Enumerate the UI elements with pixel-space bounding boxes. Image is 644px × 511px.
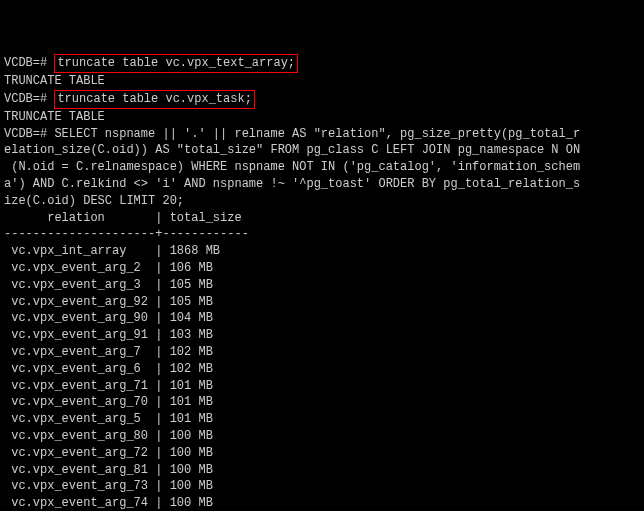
terminal-line: TRUNCATE TABLE — [4, 109, 640, 126]
terminal-line: vc.vpx_event_arg_73 | 100 MB — [4, 478, 640, 495]
terminal-line: vc.vpx_event_arg_71 | 101 MB — [4, 378, 640, 395]
terminal-line: TRUNCATE TABLE — [4, 73, 640, 90]
highlighted-command: truncate table vc.vpx_task; — [54, 90, 254, 109]
terminal-line: VCDB=# truncate table vc.vpx_task; — [4, 90, 640, 109]
terminal-line: vc.vpx_event_arg_70 | 101 MB — [4, 394, 640, 411]
terminal-line: vc.vpx_event_arg_80 | 100 MB — [4, 428, 640, 445]
terminal-line: (N.oid = C.relnamespace) WHERE nspname N… — [4, 159, 640, 176]
terminal-line: elation_size(C.oid)) AS "total_size" FRO… — [4, 142, 640, 159]
terminal-line: a') AND C.relkind <> 'i' AND nspname !~ … — [4, 176, 640, 193]
terminal-line: relation | total_size — [4, 210, 640, 227]
terminal-line: ize(C.oid) DESC LIMIT 20; — [4, 193, 640, 210]
terminal-line: vc.vpx_event_arg_92 | 105 MB — [4, 294, 640, 311]
terminal-line: vc.vpx_event_arg_6 | 102 MB — [4, 361, 640, 378]
terminal-line: VCDB=# truncate table vc.vpx_text_array; — [4, 54, 640, 73]
terminal-line: vc.vpx_event_arg_91 | 103 MB — [4, 327, 640, 344]
terminal-line: vc.vpx_event_arg_3 | 105 MB — [4, 277, 640, 294]
terminal-line: VCDB=# SELECT nspname || '.' || relname … — [4, 126, 640, 143]
terminal-line: vc.vpx_event_arg_5 | 101 MB — [4, 411, 640, 428]
terminal-line: vc.vpx_event_arg_90 | 104 MB — [4, 310, 640, 327]
terminal-line: vc.vpx_event_arg_81 | 100 MB — [4, 462, 640, 479]
terminal-output[interactable]: VCDB=# truncate table vc.vpx_text_array;… — [4, 54, 640, 511]
terminal-line: vc.vpx_event_arg_7 | 102 MB — [4, 344, 640, 361]
terminal-line: vc.vpx_int_array | 1868 MB — [4, 243, 640, 260]
prompt: VCDB=# — [4, 56, 54, 70]
terminal-line: ---------------------+------------ — [4, 226, 640, 243]
terminal-line: vc.vpx_event_arg_2 | 106 MB — [4, 260, 640, 277]
terminal-line: vc.vpx_event_arg_72 | 100 MB — [4, 445, 640, 462]
prompt: VCDB=# — [4, 92, 54, 106]
terminal-line: vc.vpx_event_arg_74 | 100 MB — [4, 495, 640, 511]
highlighted-command: truncate table vc.vpx_text_array; — [54, 54, 298, 73]
